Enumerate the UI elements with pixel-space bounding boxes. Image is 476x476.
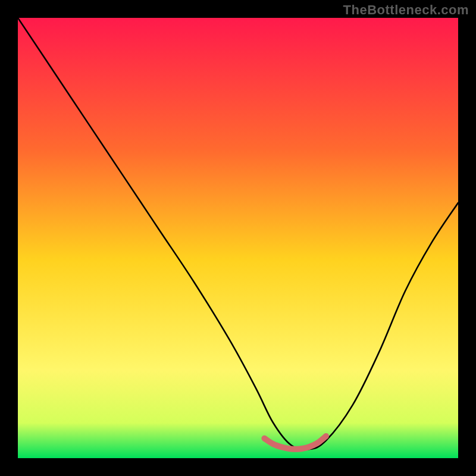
plot-area (18, 18, 458, 458)
gradient-background (18, 18, 458, 458)
watermark-text: TheBottleneck.com (343, 2, 469, 18)
chart-frame: TheBottleneck.com (0, 0, 476, 476)
chart-svg (18, 18, 458, 458)
